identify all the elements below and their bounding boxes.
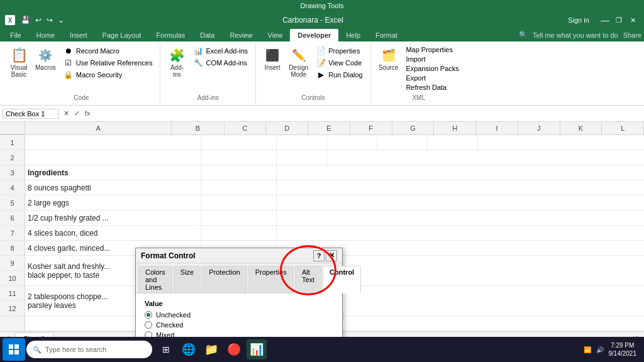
design-mode-btn[interactable]: ✏️ DesignMode (286, 45, 311, 79)
restore-btn[interactable]: ❐ (613, 14, 625, 26)
save-quick-btn[interactable]: 💾 (19, 14, 32, 26)
insert-function-icon[interactable]: fx (83, 109, 92, 118)
taskbar-edge-icon[interactable]: 🌐 (179, 339, 199, 359)
start-button[interactable] (3, 338, 25, 361)
dialog-tab-alttext[interactable]: Alt Text (295, 266, 321, 293)
tell-me-placeholder[interactable]: Tell me what you want to do (533, 31, 618, 39)
taskbar-folder-icon[interactable]: 📁 (201, 339, 221, 359)
cell-d1[interactable] (327, 135, 377, 150)
cell-a2[interactable] (25, 150, 201, 165)
radio-group-value: Unchecked Checked Mixed (145, 311, 333, 337)
radio-mixed[interactable]: Mixed (145, 331, 333, 337)
insert-ctrl-btn[interactable]: ⬛ Insert (261, 45, 284, 72)
excel-addins-btn[interactable]: 📊 Excel Add-ins (191, 45, 250, 57)
sheet-scroll-right[interactable]: ▶ (636, 334, 641, 337)
cell-a3[interactable]: Ingredients (25, 165, 201, 180)
cell-a6[interactable]: 1/2 cup freshly grated ... (25, 211, 201, 225)
tab-help[interactable]: Help (338, 29, 368, 41)
sheet-scroll-left[interactable]: ◀ (629, 334, 634, 337)
source-btn[interactable]: 🗂️ Source (376, 45, 401, 72)
dialog-close-btn[interactable]: ✕ (326, 250, 337, 261)
col-header-a: A (25, 122, 172, 134)
add-sheet-btn[interactable]: + (3, 332, 15, 337)
row-header-5: 5 (0, 195, 25, 211)
close-btn[interactable]: ✕ (626, 14, 639, 26)
sheet-tab-sheet1[interactable]: Sheet1 (15, 332, 53, 337)
dialog-tab-properties[interactable]: Properties (248, 266, 294, 293)
cell-a7[interactable]: 4 slices bacon, diced (25, 226, 201, 240)
sign-in-btn[interactable]: Sign in (560, 14, 597, 26)
tab-review[interactable]: Review (222, 29, 260, 41)
expansion-packs-btn[interactable]: Expansion Packs (403, 64, 461, 73)
macros-btn[interactable]: ⚙️ Macros (33, 45, 58, 72)
cell-c2[interactable] (277, 150, 327, 165)
tab-view[interactable]: View (260, 29, 291, 41)
dialog-tab-control[interactable]: Control (323, 266, 361, 293)
map-properties-btn[interactable]: Map Properties (403, 45, 461, 54)
table-row: 2 large eggs (25, 195, 644, 211)
run-dialog-btn[interactable]: ▶ Run Dialog (313, 69, 365, 80)
col-headers: A B C D E F G H I J K L (0, 122, 644, 135)
radio-checked[interactable]: Checked (145, 321, 333, 329)
taskbar-task-view[interactable]: ⊞ (156, 339, 176, 359)
cell-a4[interactable]: 8 ounces spaghetti (25, 180, 201, 195)
share-btn[interactable]: Share (623, 31, 641, 39)
refresh-data-btn[interactable]: Refresh Data (403, 83, 461, 92)
radio-mixed-indicator (145, 331, 152, 337)
tab-data[interactable]: Data (192, 29, 222, 41)
cell-b2[interactable] (201, 150, 277, 165)
cell-b5[interactable] (201, 195, 277, 210)
dialog-tab-protection[interactable]: Protection (202, 266, 247, 293)
tab-page-layout[interactable]: Page Layout (95, 29, 149, 41)
import-btn[interactable]: Import (403, 55, 461, 63)
com-addins-btn[interactable]: 🔧 COM Add-ins (191, 57, 250, 69)
com-addins-icon: 🔧 (193, 58, 203, 68)
taskbar-chrome-icon[interactable]: 🔴 (224, 339, 244, 359)
dialog-help-btn[interactable]: ? (313, 250, 325, 261)
cell-b6[interactable] (201, 211, 277, 225)
redo-btn[interactable]: ↪ (45, 14, 55, 26)
record-macro-btn[interactable]: ⏺ Record Macro (61, 45, 155, 57)
tab-home[interactable]: Home (29, 29, 62, 41)
relative-refs-btn[interactable]: ☑ Use Relative References (61, 57, 155, 69)
cell-a1[interactable] (25, 135, 201, 150)
tab-formulas[interactable]: Formulas (148, 29, 192, 41)
properties-btn[interactable]: 📄 Properties (313, 45, 365, 57)
tab-developer[interactable]: Developer (290, 29, 338, 41)
taskbar-excel-icon[interactable]: 📊 (247, 339, 267, 359)
view-code-btn[interactable]: 📝 View Code (313, 57, 365, 69)
export-btn[interactable]: Export (403, 74, 461, 82)
search-icon[interactable]: 🔍 (519, 31, 528, 39)
controls-items: ⬛ Insert ✏️ DesignMode 📄 Properties 📝 (261, 45, 365, 92)
cell-b1[interactable] (201, 135, 277, 150)
macro-security-btn[interactable]: 🔒 Macro Security (61, 69, 155, 80)
cell-b3[interactable] (201, 165, 277, 180)
cell-a5[interactable]: 2 large eggs (25, 195, 201, 210)
cell-e1[interactable] (377, 135, 428, 150)
quick-access: 💾 ↩ ↪ ⌄ (19, 14, 66, 26)
tab-insert[interactable]: Insert (62, 29, 95, 41)
main-area: A B C D E F G H I J K L 1 2 3 4 (0, 122, 644, 337)
radio-unchecked[interactable]: Unchecked (145, 311, 333, 319)
minimize-btn[interactable]: — (599, 14, 611, 26)
cell-b4[interactable] (201, 180, 277, 195)
formula-input[interactable] (95, 110, 641, 118)
addins-btn[interactable]: 🧩 Add-ins (165, 45, 188, 79)
cell-b7[interactable] (201, 226, 277, 240)
dialog-tab-size[interactable]: Size (174, 266, 201, 293)
confirm-formula-icon[interactable]: ✓ (72, 109, 82, 118)
visual-basic-btn[interactable]: 📋 VisualBasic (8, 45, 30, 79)
cancel-formula-icon[interactable]: ✕ (62, 109, 71, 118)
cell-c1[interactable] (277, 135, 327, 150)
controls-group-label: Controls (301, 92, 325, 101)
cell-f1[interactable] (428, 135, 478, 150)
tab-format[interactable]: Format (368, 29, 405, 41)
table-row: Ingredients (25, 165, 644, 180)
dialog-tab-colors[interactable]: Colors and Lines (138, 266, 172, 293)
quick-access-more[interactable]: ⌄ (56, 14, 66, 26)
name-box[interactable] (3, 109, 59, 119)
tab-file[interactable]: File (3, 29, 29, 41)
taskbar-search[interactable]: 🔍 Type here to search (26, 341, 152, 358)
undo-btn[interactable]: ↩ (33, 14, 43, 26)
refresh-data-label: Refresh Data (406, 84, 447, 91)
